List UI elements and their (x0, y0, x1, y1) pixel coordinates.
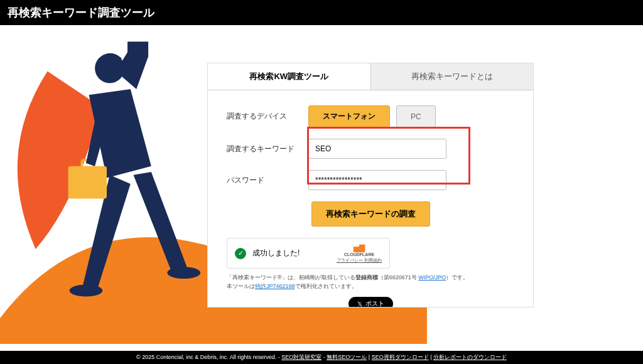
footer-link-2[interactable]: SEO資料ダウンロード (372, 354, 429, 360)
x-post-button[interactable]: 𝕏 ポスト (349, 297, 393, 307)
svg-rect-0 (127, 41, 148, 56)
page-footer: © 2025 Contencial, inc & Debris, inc. Al… (0, 351, 643, 364)
svg-point-3 (167, 267, 200, 279)
page-header: 再検索キーワード調査ツール (0, 0, 643, 25)
panel-body: 調査するデバイス スマートフォン PC 調査するキーワード パスワード 再検索キ… (208, 90, 533, 307)
captcha-widget: ✓ 成功しました! ▅▇ CLOUDFLARE プライバシー 利用規約 (227, 238, 390, 269)
password-row: パスワード (227, 170, 514, 190)
footer-link-0[interactable]: SEO対策研究室 (281, 354, 322, 360)
device-label: 調査するデバイス (227, 111, 308, 122)
tab-tool[interactable]: 再検索KW調査ツール (208, 63, 371, 90)
device-pc-button[interactable]: PC (396, 105, 436, 127)
svg-point-2 (70, 285, 103, 297)
password-input[interactable] (308, 170, 446, 190)
keyword-input[interactable] (308, 139, 446, 159)
main-panel: 再検索KW調査ツール 再検索キーワードとは 調査するデバイス スマートフォン P… (207, 63, 534, 308)
keyword-label: 調査するキーワード (227, 144, 308, 154)
password-label: パスワード (227, 175, 308, 186)
footer-link-3[interactable]: 分析レポートのダウンロード (433, 354, 507, 360)
svg-rect-4 (68, 166, 107, 199)
device-smartphone-button[interactable]: スマートフォン (308, 105, 390, 127)
device-row: 調査するデバイス スマートフォン PC (227, 105, 514, 127)
footer-link-1[interactable]: 無料SEOツール (327, 354, 367, 360)
trademark-note: 「再検索キーワード®」は、柏崎剛が取得している登録商標（第6620671号 WI… (227, 274, 514, 291)
submit-button[interactable]: 再検索キーワードの調査 (311, 201, 430, 227)
cloudflare-brand: ▅▇ CLOUDFLARE プライバシー 利用規約 (337, 244, 382, 263)
tab-bar: 再検索KW調査ツール 再検索キーワードとは (208, 63, 533, 90)
keyword-row: 調査するキーワード (227, 139, 514, 159)
check-icon: ✓ (235, 248, 246, 259)
captcha-status: 成功しました! (252, 248, 300, 259)
wipo-link[interactable]: WIPO/JPO (418, 274, 446, 281)
x-icon: 𝕏 (357, 301, 362, 307)
page-title: 再検索キーワード調査ツール (8, 6, 154, 19)
patent-link[interactable]: 特許JP7462198 (255, 283, 295, 289)
tab-about[interactable]: 再検索キーワードとは (371, 63, 534, 90)
